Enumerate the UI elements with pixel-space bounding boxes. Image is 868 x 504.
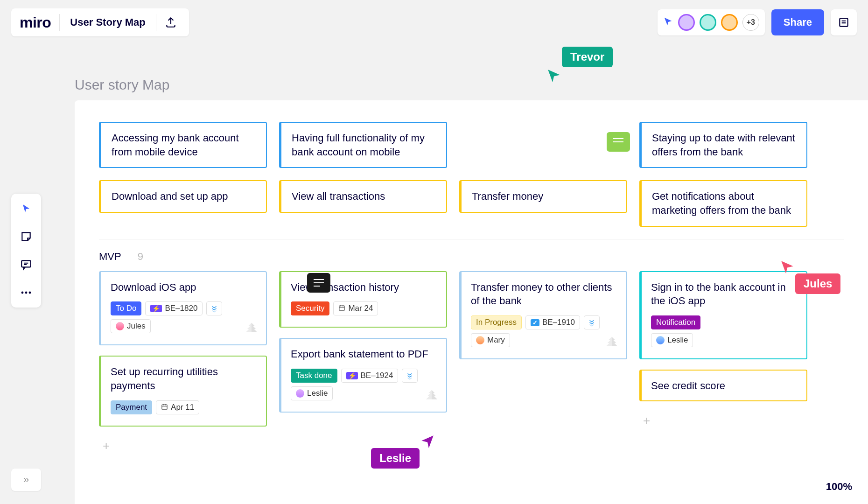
add-story-button[interactable]: + [639,412,654,430]
story-column: View transaction historySecurity Mar 24E… [279,271,447,455]
date-chip[interactable]: Mar 24 [333,301,378,315]
story-title: Download iOS app [111,280,257,294]
status-chip[interactable]: Payment [111,400,152,414]
steps-row: Download and set up app View all transac… [99,180,844,226]
jira-icon [604,336,620,353]
stack-icon[interactable] [206,301,222,315]
top-bar-left: miro User Story Map [11,8,189,36]
canvas-title: User story Map [75,77,169,93]
comment-tool[interactable] [18,256,35,273]
svg-point-2 [21,292,24,294]
story-title: Sign in to the bank account in the iOS a… [651,280,797,308]
board-title[interactable]: User Story Map [63,16,153,28]
story-title: Export bank statement to PDF [291,347,437,361]
comment-bubble[interactable] [307,273,330,293]
story-card[interactable]: Transfer money to other clients of the b… [459,271,627,359]
story-title: Set up recurring utilities payments [111,365,257,392]
release-header[interactable]: MVP 9 [99,251,844,263]
status-chip[interactable]: To Do [111,301,141,315]
svg-point-4 [29,292,31,294]
add-story-button[interactable]: + [99,437,113,455]
release-divider [99,239,844,239]
story-column: Sign in to the bank account in the iOS a… [639,271,807,455]
activity-card[interactable]: Having full functionality of my bank acc… [279,122,447,168]
remote-cursor-trevor: Trevor [546,47,613,67]
story-card[interactable]: See credit score [639,370,807,401]
miro-logo[interactable]: miro [18,14,56,31]
divider [156,14,156,31]
story-title: See credit score [651,379,797,393]
comment-bubble[interactable] [607,132,630,152]
ticket-chip[interactable]: ⚡ BE–1820 [145,301,203,315]
story-column: Download iOS appTo Do⚡ BE–1820 JulesSet … [99,271,267,455]
activity-card[interactable]: Accessing my bank account from mobile de… [99,122,267,168]
story-card[interactable]: Download iOS appTo Do⚡ BE–1820 Jules [99,271,267,346]
ticket-chip[interactable]: ✓ BE–1910 [525,315,580,329]
release-count: 9 [130,251,143,263]
step-card[interactable]: View all transactions [279,180,447,213]
ticket-chip[interactable]: ⚡ BE–1924 [341,369,399,383]
divider [59,14,60,31]
activity-placeholder [459,122,627,139]
avatar[interactable] [721,14,738,31]
svg-rect-5 [162,405,167,409]
avatar[interactable] [678,14,695,31]
story-column: Transfer money to other clients of the b… [459,271,627,455]
remote-cursor-leslie: Leslie [371,448,435,469]
assignee-chip[interactable]: Mary [471,333,510,347]
assignee-chip[interactable]: Leslie [651,333,693,347]
story-card[interactable]: View transaction historySecurity Mar 24 [279,271,447,328]
left-toolbar [11,194,41,308]
collaborators-box: +3 [658,9,765,35]
more-tools[interactable] [18,284,35,301]
step-card[interactable]: Transfer money [459,180,627,213]
status-chip[interactable]: Task done [291,369,337,383]
more-collaborators-badge[interactable]: +3 [742,14,759,31]
story-card[interactable]: Sign in to the bank account in the iOS a… [639,271,807,359]
zoom-level[interactable]: 100% [826,481,852,493]
expand-toolbar-button[interactable]: » [11,469,41,491]
jira-icon [244,322,259,339]
sticky-note-tool[interactable] [18,228,35,245]
svg-rect-6 [339,306,344,311]
story-grid: Download iOS appTo Do⚡ BE–1820 JulesSet … [99,271,844,455]
activity-icon[interactable] [663,16,673,29]
status-chip[interactable]: Notification [651,315,700,329]
panel-toggle-button[interactable] [831,9,857,35]
top-bar-right: +3 Share [658,9,857,35]
activity-card[interactable]: Staying up to date with relevant offers … [639,122,807,168]
svg-rect-1 [21,260,31,267]
remote-cursor-jules: Jules [779,257,840,277]
story-card[interactable]: Set up recurring utilities paymentsPayme… [99,356,267,426]
activities-row: Accessing my bank account from mobile de… [99,122,844,168]
svg-point-3 [25,292,28,294]
stack-icon[interactable] [402,369,418,383]
step-card[interactable]: Download and set up app [99,180,267,213]
status-chip[interactable]: In Progress [471,315,522,329]
assignee-chip[interactable]: Leslie [291,386,333,400]
top-bar: miro User Story Map +3 Share [11,8,857,36]
story-card[interactable]: Export bank statement to PDFTask done⚡ B… [279,338,447,413]
release-name: MVP [99,251,121,263]
date-chip[interactable]: Apr 11 [156,400,199,414]
assignee-chip[interactable]: Jules [111,319,151,333]
select-tool[interactable] [18,200,35,217]
jira-icon [424,389,440,406]
status-chip[interactable]: Security [291,301,329,315]
step-card[interactable]: Get notifications about marketing offers… [639,180,807,226]
stack-icon[interactable] [584,315,600,329]
story-title: Transfer money to other clients of the b… [471,280,617,308]
share-button[interactable]: Share [771,9,824,35]
story-map-frame[interactable]: Accessing my bank account from mobile de… [75,100,868,504]
avatar[interactable] [700,14,716,31]
export-icon[interactable] [159,16,182,28]
